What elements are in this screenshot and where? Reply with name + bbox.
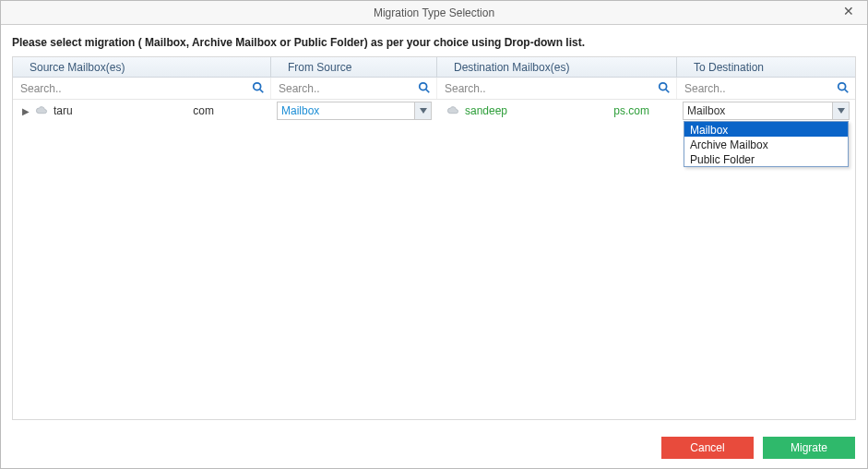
to-destination-dropdown: Mailbox Archive Mailbox Public Folder [684, 121, 849, 167]
to-destination-cell: Mailbox Mailbox Archive Mailbox Public F… [677, 100, 855, 122]
search-row [13, 78, 855, 100]
expand-icon[interactable]: ▶ [18, 106, 33, 116]
dropdown-item-archive-mailbox[interactable]: Archive Mailbox [684, 137, 848, 151]
search-source-mailboxes-cell [13, 78, 271, 99]
svg-point-6 [838, 83, 846, 90]
col-header-destination-mailboxes: Destination Mailbox(es) [437, 57, 677, 78]
search-destination-mailboxes-cell [437, 78, 677, 99]
close-icon[interactable]: ✕ [838, 4, 860, 18]
destination-mailbox-cell[interactable]: sandeep ps.com [437, 100, 677, 122]
svg-line-1 [260, 90, 264, 93]
from-source-combo[interactable]: Mailbox [277, 102, 432, 120]
destination-mailbox-name: sandeep [465, 104, 507, 117]
cancel-button[interactable]: Cancel [661, 437, 754, 459]
column-header-row: Source Mailbox(es) From Source Destinati… [13, 57, 855, 78]
from-source-cell: Mailbox [271, 100, 437, 122]
migrate-button[interactable]: Migrate [763, 437, 855, 459]
dropdown-item-public-folder[interactable]: Public Folder [684, 151, 848, 166]
search-icon[interactable] [418, 81, 431, 94]
svg-point-4 [660, 83, 667, 90]
search-source-mailboxes-input[interactable] [17, 80, 265, 97]
cloud-icon [35, 106, 48, 115]
col-header-source-mailboxes: Source Mailbox(es) [13, 57, 271, 78]
to-destination-value: Mailbox [687, 104, 725, 117]
source-mailbox-domain: com [193, 104, 214, 117]
source-mailbox-name: taru [54, 104, 73, 117]
chevron-down-icon[interactable] [414, 102, 431, 119]
svg-line-7 [845, 90, 849, 93]
col-header-from-source: From Source [271, 57, 437, 78]
titlebar: Migration Type Selection ✕ [1, 1, 867, 25]
footer: Cancel Migrate [0, 427, 868, 469]
to-destination-combo[interactable]: Mailbox Mailbox Archive Mailbox Public F… [683, 102, 850, 120]
search-to-destination-input[interactable] [681, 80, 850, 97]
search-icon[interactable] [837, 81, 850, 94]
svg-point-2 [420, 83, 427, 90]
chevron-down-icon[interactable] [832, 102, 849, 119]
table-row: ▶ taru com Mailbox sandeep ps.com [13, 100, 855, 122]
source-mailbox-cell[interactable]: ▶ taru com [13, 100, 271, 122]
svg-line-3 [426, 90, 430, 93]
instruction-text: Please select migration ( Mailbox, Archi… [1, 25, 867, 56]
search-from-source-input[interactable] [275, 80, 431, 97]
window-title: Migration Type Selection [374, 6, 494, 19]
search-destination-mailboxes-input[interactable] [441, 80, 671, 97]
col-header-to-destination: To Destination [677, 57, 855, 78]
search-icon[interactable] [252, 81, 265, 94]
dropdown-item-mailbox[interactable]: Mailbox [684, 122, 848, 137]
svg-point-0 [254, 83, 261, 90]
svg-line-5 [666, 90, 670, 93]
from-source-value: Mailbox [281, 104, 319, 117]
selection-panel: Source Mailbox(es) From Source Destinati… [12, 56, 856, 420]
destination-mailbox-domain: ps.com [613, 104, 649, 117]
search-to-destination-cell [677, 78, 855, 99]
search-icon[interactable] [658, 81, 671, 94]
search-from-source-cell [271, 78, 437, 99]
cloud-icon [446, 106, 459, 115]
